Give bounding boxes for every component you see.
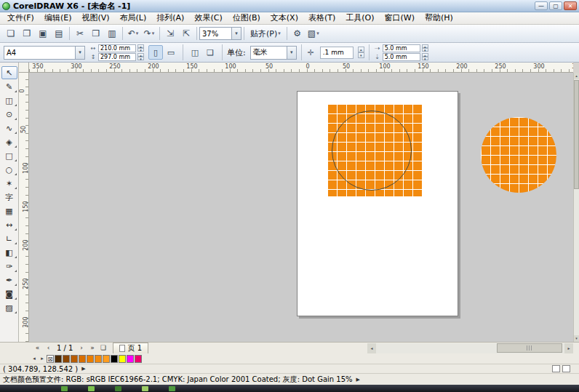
vertical-ruler[interactable]: 050100150200250300 xyxy=(19,73,29,342)
welcome-screen-button[interactable]: ▧▾ xyxy=(306,26,322,41)
taskbar-app-3-icon[interactable] xyxy=(115,386,121,391)
orange-grid-circle[interactable] xyxy=(481,117,556,193)
color-swatch-orange-1[interactable] xyxy=(79,355,86,363)
fill-status-icon[interactable] xyxy=(552,365,560,372)
color-swatch-yellow[interactable] xyxy=(119,355,126,363)
vertical-scrollbar[interactable]: ▴ ▾ xyxy=(573,73,579,342)
next-page-button[interactable]: › xyxy=(76,343,87,353)
menu-view[interactable]: 视图(V) xyxy=(76,12,114,24)
zoom-tool[interactable]: ⊙ xyxy=(1,108,17,121)
paper-size-select[interactable]: A4 ▾ xyxy=(4,46,85,60)
fill-tool[interactable]: ◙ xyxy=(1,287,17,300)
status-expander-icon[interactable]: ▶ xyxy=(356,377,360,383)
current-page-button[interactable]: ❏ xyxy=(203,45,217,60)
units-select[interactable]: 毫米 ▾ xyxy=(250,46,297,60)
blend-tool[interactable]: ◧ xyxy=(1,246,17,259)
menu-layout[interactable]: 布局(L) xyxy=(115,12,152,24)
hscroll-track[interactable] xyxy=(376,343,564,353)
outline-status-icon[interactable] xyxy=(562,365,570,372)
orange-grid-rectangle[interactable] xyxy=(327,104,423,196)
chevron-down-icon[interactable]: ▾ xyxy=(287,47,296,59)
page-tab-1[interactable]: 页 1 xyxy=(113,343,148,353)
page-width-stepper[interactable]: ▴▾ xyxy=(137,44,144,52)
ellipse-tool[interactable]: ○ xyxy=(1,163,17,176)
all-pages-button[interactable]: ◫ xyxy=(188,45,202,60)
no-color-swatch[interactable]: ⊠ xyxy=(47,355,54,363)
stepper-down-icon[interactable]: ▾ xyxy=(358,52,364,58)
nudge-stepper[interactable]: ▴▾ xyxy=(358,47,364,58)
text-tool[interactable]: 字 xyxy=(1,191,17,204)
color-swatch-light-orange[interactable] xyxy=(103,355,110,363)
horizontal-ruler[interactable]: 3503002502001501005005010015020025030035… xyxy=(29,63,573,73)
chevron-down-icon[interactable]: ▾ xyxy=(231,28,241,39)
duplicate-x-field[interactable]: 5.0 mm xyxy=(383,44,420,52)
stepper-down-icon[interactable]: ▾ xyxy=(422,57,428,60)
scroll-left-icon[interactable]: ◂ xyxy=(367,343,376,353)
menu-tools[interactable]: 工具(O) xyxy=(340,12,379,24)
menu-window[interactable]: 窗口(W) xyxy=(380,12,420,24)
color-swatch-orange-2[interactable] xyxy=(87,355,94,363)
maximize-button[interactable]: ▢ xyxy=(549,1,562,10)
menu-bitmaps[interactable]: 位图(B) xyxy=(228,12,265,24)
color-swatch-brown[interactable] xyxy=(63,355,70,363)
palette-scroll-left-icon[interactable]: ◂ xyxy=(31,355,38,363)
page-height-stepper[interactable]: ▴▾ xyxy=(137,53,144,60)
smart-fill-tool[interactable]: ◈ xyxy=(1,135,17,148)
landscape-button[interactable]: ▭ xyxy=(164,45,178,60)
freehand-tool[interactable]: ∿ xyxy=(1,121,17,135)
redo-button[interactable]: ↷▾ xyxy=(141,26,157,41)
close-button[interactable]: ✕ xyxy=(564,1,577,10)
chevron-down-icon[interactable]: ▾ xyxy=(75,47,84,59)
portrait-button[interactable]: ▯ xyxy=(148,45,163,60)
import-button[interactable]: ⇲ xyxy=(162,26,178,41)
horizontal-scrollbar[interactable]: ◂ ▸ xyxy=(367,343,573,353)
color-eyedropper-tool[interactable]: ✑ xyxy=(1,260,17,273)
menu-table[interactable]: 表格(T) xyxy=(303,12,340,24)
scroll-right-icon[interactable]: ▸ xyxy=(564,343,573,353)
options-button[interactable]: ⚙ xyxy=(290,26,306,41)
print-button[interactable]: ▤ xyxy=(51,26,67,41)
color-swatch-pink-red[interactable] xyxy=(135,355,142,363)
menu-edit[interactable]: 编辑(E) xyxy=(39,12,77,24)
open-button[interactable]: ❐ xyxy=(19,26,35,41)
new-document-button[interactable]: ❏ xyxy=(3,26,19,41)
table-tool[interactable]: ▦ xyxy=(1,204,17,217)
pick-tool[interactable]: ↖ xyxy=(1,66,17,79)
undo-button[interactable]: ↶▾ xyxy=(125,26,141,41)
drawing-canvas[interactable] xyxy=(29,73,573,342)
stepper-down-icon[interactable]: ▾ xyxy=(137,48,144,52)
stepper-down-icon[interactable]: ▾ xyxy=(137,57,144,60)
nudge-offset-field[interactable]: .1 mm xyxy=(320,47,354,59)
add-page-button[interactable]: ❏ xyxy=(97,343,108,353)
duplicate-y-field[interactable]: 5.0 mm xyxy=(383,53,420,61)
taskbar-app-4-icon[interactable] xyxy=(142,386,148,391)
vscroll-thumb[interactable] xyxy=(574,80,579,189)
taskbar-app-2-icon[interactable] xyxy=(88,386,95,391)
taskbar-app-1-icon[interactable] xyxy=(61,386,68,391)
color-swatch-orange-3[interactable] xyxy=(95,355,102,363)
cut-button[interactable]: ✂ xyxy=(72,26,88,41)
page-width-field[interactable]: 210.0 mm xyxy=(98,44,136,52)
minimize-button[interactable]: — xyxy=(535,1,548,10)
outline-pen-tool[interactable]: ✒ xyxy=(1,273,17,287)
stepper-up-icon[interactable]: ▴ xyxy=(358,47,364,52)
menu-effects[interactable]: 效果(C) xyxy=(189,12,227,24)
duplicate-y-stepper[interactable]: ▴▾ xyxy=(422,53,428,60)
palette-scroll-right-icon[interactable]: ▸ xyxy=(39,355,46,363)
stepper-down-icon[interactable]: ▾ xyxy=(422,48,428,52)
interactive-fill-tool[interactable]: ▨ xyxy=(1,301,17,314)
scroll-up-icon[interactable]: ▴ xyxy=(574,73,579,79)
connector-tool[interactable]: ∟ xyxy=(1,232,17,245)
status-expander-icon[interactable]: ▶ xyxy=(81,366,85,372)
save-button[interactable]: ▣ xyxy=(35,26,51,41)
zoom-level-select[interactable]: 37%▾ xyxy=(199,27,241,40)
menu-text[interactable]: 文本(X) xyxy=(265,12,303,24)
scroll-down-icon[interactable]: ▾ xyxy=(574,335,579,342)
shape-tool[interactable]: ✎ xyxy=(1,80,17,93)
last-page-button[interactable]: » xyxy=(87,343,97,353)
crop-tool[interactable]: ◫ xyxy=(1,94,17,107)
copy-button[interactable]: ❒ xyxy=(88,26,104,41)
first-page-button[interactable]: « xyxy=(32,343,43,353)
snap-to-dropdown[interactable]: 贴齐(P)▾ xyxy=(247,26,284,41)
dimension-tool[interactable]: ↔ xyxy=(1,218,17,231)
